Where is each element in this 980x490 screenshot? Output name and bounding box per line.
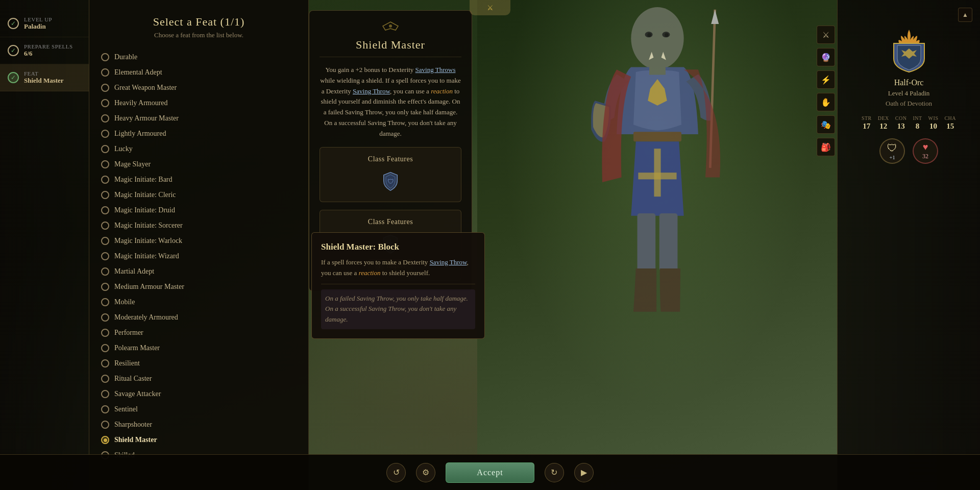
feat-radio xyxy=(101,313,109,322)
feat-radio xyxy=(101,252,109,260)
feat-item-label: Shield Master xyxy=(114,436,157,444)
feat-list-item[interactable]: Savage Attacker xyxy=(97,386,301,402)
feat-list-item[interactable]: Polearm Master xyxy=(97,340,301,356)
stat-label: INT xyxy=(913,115,922,121)
stat-value: 10 xyxy=(929,122,937,131)
bottom-btn-left-2[interactable]: ⚙ xyxy=(416,463,435,482)
feat-radio xyxy=(101,390,109,398)
stat-label: CON xyxy=(895,115,907,121)
sidebar-item-spells[interactable]: ✓ Prepare Spells 6/6 xyxy=(0,37,89,64)
feat-item-label: Lucky xyxy=(114,145,133,153)
feat-list-item[interactable]: Magic Initiate: Druid xyxy=(97,203,301,218)
feature-card-1-label: Class Features xyxy=(368,155,413,163)
char-race: Half-Orc xyxy=(845,78,972,87)
feat-list-title: Select a Feat (1/1) xyxy=(100,15,298,29)
icon-strip-btn-4[interactable]: ✋ xyxy=(817,93,835,111)
feat-radio xyxy=(101,237,109,245)
feat-list-item[interactable]: Resilient xyxy=(97,356,301,371)
feature-card-2-label: Class Features xyxy=(368,218,413,226)
feat-list-item[interactable]: Sharpshooter xyxy=(97,417,301,432)
feat-list-item[interactable]: Moderately Armoured xyxy=(97,310,301,325)
stat-item: INT8 xyxy=(913,115,922,131)
feat-item-label: Magic Initiate: Sorcerer xyxy=(114,222,183,230)
feat-list-item[interactable]: Mobile xyxy=(97,295,301,310)
feat-radio xyxy=(101,84,109,92)
feat-list-item[interactable]: Martial Adept xyxy=(97,264,301,279)
feat-list-item[interactable]: Magic Initiate: Warlock xyxy=(97,233,301,249)
sidebar-item-levelup[interactable]: ✓ Level Up Paladin xyxy=(0,10,89,37)
svg-rect-8 xyxy=(649,66,666,75)
feat-list-item[interactable]: Lucky xyxy=(97,141,301,157)
stat-value: 12 xyxy=(879,122,887,131)
feat-list-item[interactable]: Magic Initiate: Cleric xyxy=(97,187,301,203)
sidebar-item-feat[interactable]: ✓ Feat Shield Master xyxy=(0,64,89,91)
feat-item-label: Great Weapon Master xyxy=(114,84,177,92)
svg-point-0 xyxy=(631,7,683,69)
feat-radio xyxy=(101,267,109,276)
feat-list-item[interactable]: Elemental Adept xyxy=(97,65,301,80)
stat-value: 13 xyxy=(897,122,905,131)
icon-strip-btn-2[interactable]: 🔮 xyxy=(817,48,835,66)
tooltip-text-2: On a failed Saving Throw, you only take … xyxy=(321,289,475,329)
feat-item-label: Magic Initiate: Warlock xyxy=(114,237,182,245)
feat-radio xyxy=(101,53,109,61)
icon-strip-btn-1[interactable]: ⚔ xyxy=(817,26,835,44)
feat-list-item[interactable]: Magic Initiate: Bard xyxy=(97,172,301,187)
tooltip-text-1: If a spell forces you to make a Dexterit… xyxy=(321,257,475,279)
bottom-btn-right-2[interactable]: ▶ xyxy=(574,463,594,482)
feature-card-1-icon: 🛡 xyxy=(378,168,403,194)
svg-rect-3 xyxy=(633,132,681,141)
bottom-btn-right-1[interactable]: ↻ xyxy=(545,463,564,482)
feat-radio xyxy=(101,160,109,168)
bottom-btn-left-1[interactable]: ↺ xyxy=(386,463,406,482)
stat-item: WIS10 xyxy=(928,115,939,131)
stat-value: 17 xyxy=(863,122,870,131)
feat-list-scroll[interactable]: DurableElemental AdeptGreat Weapon Maste… xyxy=(89,50,308,480)
hp-badge: ♥ 32 xyxy=(913,138,938,164)
feat-name: Shield Master xyxy=(24,77,64,85)
desc-panel-title: Shield Master xyxy=(320,38,461,57)
tooltip-popup: Shield Master: Block If a spell forces y… xyxy=(311,232,485,339)
icon-strip-btn-6[interactable]: 🎒 xyxy=(817,138,835,156)
accept-button[interactable]: Accept xyxy=(446,462,534,483)
svg-text:🛡: 🛡 xyxy=(387,178,394,185)
feat-radio xyxy=(101,206,109,214)
feat-item-label: Savage Attacker xyxy=(114,390,161,398)
feat-radio xyxy=(101,298,109,306)
stat-item: STR17 xyxy=(862,115,872,131)
feat-list-item[interactable]: Medium Armour Master xyxy=(97,279,301,295)
feat-list-item[interactable]: Magic Initiate: Sorcerer xyxy=(97,218,301,233)
stat-label: WIS xyxy=(928,115,939,121)
feat-list-item[interactable]: Great Weapon Master xyxy=(97,80,301,95)
feat-list-item[interactable]: Heavily Armoured xyxy=(97,95,301,111)
feat-list-item[interactable]: Shield Master xyxy=(97,432,301,448)
char-badges: 🛡 +1 ♥ 32 xyxy=(845,138,972,164)
feat-list-item[interactable]: Ritual Caster xyxy=(97,371,301,386)
levelup-check-icon: ✓ xyxy=(8,18,19,29)
icon-strip-btn-5[interactable]: 🎭 xyxy=(817,115,835,134)
feat-check-icon: ✓ xyxy=(8,72,19,83)
feat-list-item[interactable]: Lightly Armoured xyxy=(97,126,301,141)
feat-item-label: Sharpshooter xyxy=(114,421,152,429)
ac-badge: 🛡 +1 xyxy=(879,138,905,164)
svg-rect-6 xyxy=(637,213,655,271)
ac-icon: 🛡 xyxy=(887,142,897,154)
feat-list-item[interactable]: Sentinel xyxy=(97,402,301,417)
stat-item: CON13 xyxy=(895,115,907,131)
feat-list-item[interactable]: Heavy Armour Master xyxy=(97,111,301,126)
feature-card-1[interactable]: Class Features 🛡 xyxy=(320,147,461,202)
character-model-area xyxy=(477,0,837,454)
feat-list-item[interactable]: Magic Initiate: Wizard xyxy=(97,249,301,264)
feat-item-label: Martial Adept xyxy=(114,267,154,276)
feat-list-item[interactable]: Mage Slayer xyxy=(97,157,301,172)
feat-list-item[interactable]: Performer xyxy=(97,325,301,340)
feat-radio xyxy=(101,145,109,153)
char-emblem xyxy=(884,27,935,73)
char-panel: ▲ Half-Orc Level 4 Paladin Oath of Devot… xyxy=(837,0,980,490)
char-panel-up-btn[interactable]: ▲ xyxy=(958,8,972,22)
icon-strip-btn-3[interactable]: ⚡ xyxy=(817,70,835,89)
feat-radio xyxy=(101,114,109,122)
feat-list-item[interactable]: Durable xyxy=(97,50,301,65)
svg-point-11 xyxy=(647,33,651,37)
feat-item-label: Lightly Armoured xyxy=(114,130,166,138)
